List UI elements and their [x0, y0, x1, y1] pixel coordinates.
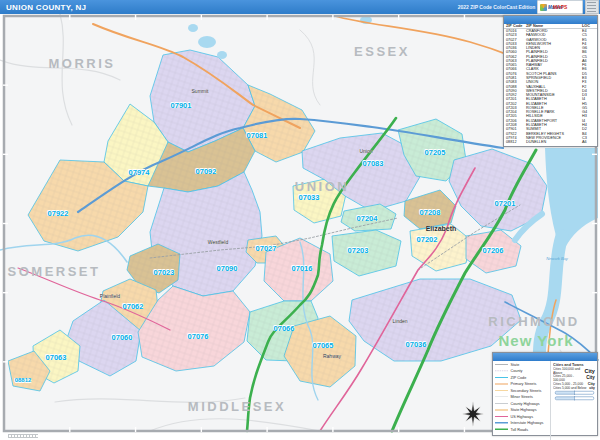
map-title: UNION COUNTY, NJ [0, 3, 86, 12]
map-legend: Map Legend StateCountyZIP CodePrimary St… [492, 352, 598, 436]
legend-city-size-item: Cities 5,000 and Belowcity [551, 386, 598, 390]
legend-line-sample [495, 390, 508, 391]
scale-bar-km [555, 397, 594, 401]
compass-rose-icon [460, 399, 486, 429]
legend-title: Map Legend [493, 353, 597, 361]
zip-index-rows: 07016CRANFORDE407023FANWOODC507027GARWOO… [504, 29, 597, 144]
legend-line-sample [495, 383, 508, 384]
legend-cities: Cities and TownsCities 100,000 and Above… [551, 361, 598, 400]
brand-badge [585, 0, 599, 14]
legend-city-size-item: Cities 25,000 - 100,000City [551, 374, 598, 381]
header-bar: UNION COUNTY, NJ 2022 ZIP Code ColorCast… [0, 0, 600, 14]
footer-fineprint [8, 434, 38, 438]
legend-line-sample [495, 371, 508, 372]
legend-city-size-item: Cities 100,000 and AboveCity [551, 367, 598, 374]
brand-logo: Market MAPS [537, 0, 583, 14]
legend-line-sample [495, 397, 508, 398]
legend-line-sample [495, 416, 508, 417]
legend-item-toll-roads: Toll Roads [493, 426, 550, 433]
legend-line-sample [495, 429, 508, 431]
legend-line-sample [495, 403, 508, 404]
zip-index-table: ZIP Code Index/Grid Locator ZIP CodeZIP … [503, 15, 598, 147]
edition-label: 2022 ZIP Code ColorCast Edition [457, 4, 535, 10]
legend-line-sample [495, 364, 508, 365]
brand-name-part2: MAPS [553, 4, 567, 10]
brand-logo-icon [540, 4, 547, 11]
legend-line-sample [495, 377, 508, 378]
legend-line-sample [495, 409, 508, 410]
scale-bar-miles [555, 391, 594, 395]
legend-line-sample [495, 422, 508, 424]
legend-roads: StateCountyZIP CodePrimary StreetsSecond… [493, 361, 550, 433]
table-row: 08812DUNELLENA6 [504, 140, 597, 144]
map-poster: UNION COUNTY, NJ 2022 ZIP Code ColorCast… [0, 0, 600, 440]
